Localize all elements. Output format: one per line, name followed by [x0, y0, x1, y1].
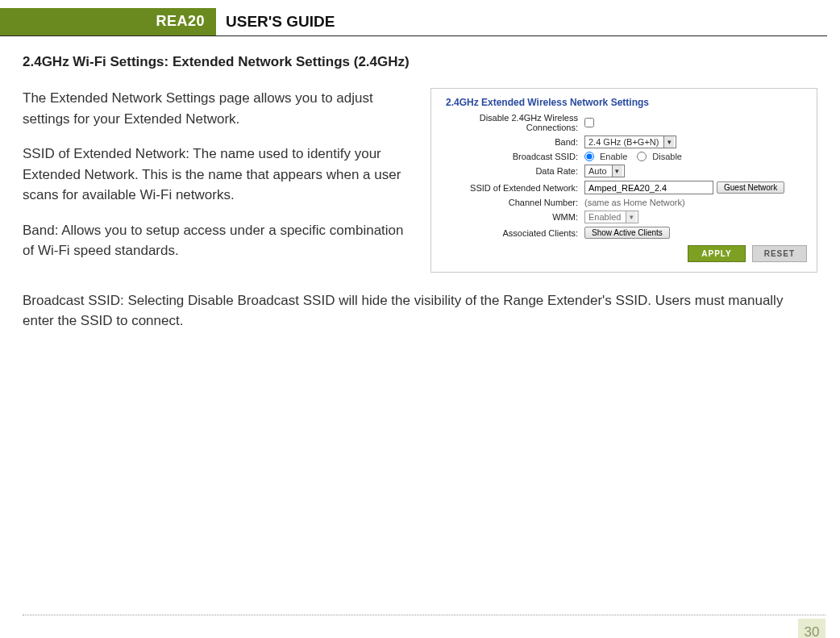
body-text-column: The Extended Network Settings page allow… — [23, 88, 416, 276]
page-number: 30 — [798, 619, 825, 638]
data-rate-select[interactable]: Auto ▾ — [584, 165, 625, 177]
paragraph-intro: The Extended Network Settings page allow… — [23, 88, 416, 129]
label-disable-wireless: Disable 2.4GHz Wireless Connections: — [441, 113, 584, 132]
chevron-down-icon: ▾ — [663, 136, 674, 148]
section-title: 2.4GHz Wi-Fi Settings: Extended Network … — [23, 54, 817, 70]
paragraph-band: Band: Allows you to setup access under a… — [23, 220, 416, 261]
label-associated-clients: Associated Clients: — [441, 228, 584, 238]
page-footer: 30 — [23, 615, 825, 615]
settings-panel: 2.4GHz Extended Wireless Network Setting… — [430, 88, 817, 273]
broadcast-disable-label: Disable — [652, 152, 682, 161]
disable-wireless-checkbox[interactable] — [584, 118, 594, 127]
label-broadcast-ssid: Broadcast SSID: — [441, 152, 584, 161]
wmm-select[interactable]: Enabled ▾ — [584, 211, 638, 223]
band-select[interactable]: 2.4 GHz (B+G+N) ▾ — [584, 136, 676, 148]
paragraph-ssid: SSID of Extended Network: The name used … — [23, 144, 416, 206]
reset-button[interactable]: RESET — [752, 245, 807, 262]
show-active-clients-button[interactable]: Show Active Clients — [584, 227, 670, 239]
channel-number-value: (same as Home Network) — [584, 198, 685, 207]
label-wmm: WMM: — [441, 212, 584, 222]
panel-title: 2.4GHz Extended Wireless Network Setting… — [446, 97, 807, 108]
paragraph-broadcast-ssid: Broadcast SSID: Selecting Disable Broadc… — [23, 290, 817, 332]
broadcast-enable-radio[interactable] — [584, 152, 594, 161]
label-band: Band: — [441, 137, 584, 147]
broadcast-disable-radio[interactable] — [637, 152, 647, 161]
guest-network-button[interactable]: Guest Network — [717, 181, 784, 194]
page-content: 2.4GHz Wi-Fi Settings: Extended Network … — [0, 36, 840, 332]
chevron-down-icon: ▾ — [626, 211, 636, 223]
chevron-down-icon: ▾ — [612, 165, 622, 177]
page-header: REA20 USER'S GUIDE — [0, 8, 827, 36]
apply-button[interactable]: APPLY — [688, 245, 745, 262]
wmm-value: Enabled — [588, 212, 621, 222]
label-channel-number: Channel Number: — [441, 198, 584, 207]
label-ssid-extended: SSID of Extended Network: — [441, 183, 584, 193]
label-data-rate: Data Rate: — [441, 166, 584, 176]
broadcast-enable-label: Enable — [600, 152, 627, 161]
header-badge: REA20 — [0, 8, 216, 35]
header-title: USER'S GUIDE — [216, 8, 335, 35]
data-rate-value: Auto — [588, 166, 607, 176]
ssid-input[interactable] — [584, 181, 713, 194]
band-select-value: 2.4 GHz (B+G+N) — [588, 137, 659, 147]
